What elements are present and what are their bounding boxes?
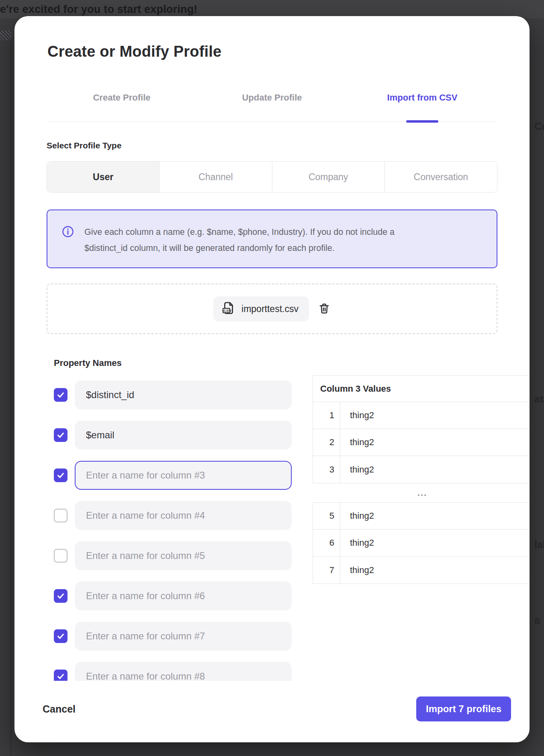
profile-type-channel[interactable]: Channel: [159, 162, 272, 192]
profile-type-company[interactable]: Company: [272, 162, 384, 192]
background-sidebar-edge: [10, 39, 11, 756]
preview-rows-top: 1 thing2 2 thing2 3 thing2: [313, 402, 530, 483]
property-row: [47, 380, 294, 409]
property-checkbox[interactable]: [54, 468, 67, 482]
csv-file-icon: CSV: [221, 301, 236, 317]
dialog-tabs: Create Profile Update Profile Import fro…: [47, 92, 497, 122]
checkmark-icon: [56, 471, 65, 480]
info-banner: Give each column a name (e.g. $name, $ph…: [47, 210, 497, 268]
preview-ellipsis: ...: [313, 483, 530, 502]
background-hatch-strip: [0, 31, 11, 40]
csv-dropzone[interactable]: CSV importtest.csv: [47, 284, 497, 334]
property-row: [47, 421, 294, 450]
preview-table-bottom: 5 thing2 6 thing2 7 thing2: [313, 502, 530, 584]
checkmark-icon: [56, 390, 65, 399]
active-tab-indicator: [406, 120, 438, 123]
preview-table-row: 3 thing2: [313, 456, 530, 483]
property-checkbox[interactable]: [54, 549, 67, 563]
preview-table-row: 5 thing2: [313, 503, 530, 530]
checkmark-icon: [56, 632, 65, 641]
info-icon: [62, 226, 74, 239]
property-checkbox[interactable]: [54, 509, 67, 522]
tab-create-profile[interactable]: Create Profile: [47, 92, 197, 103]
property-row: [47, 461, 294, 490]
preview-row-index: 1: [313, 402, 340, 429]
preview-row-value: thing2: [340, 557, 374, 583]
dialog-title: Create or Modify Profile: [47, 43, 512, 60]
uploaded-file-name: importtest.csv: [241, 304, 299, 314]
property-name-field: [75, 380, 292, 409]
delete-file-button[interactable]: [318, 302, 331, 316]
background-text-fragment: ata: [534, 393, 544, 405]
preview-row-value: thing2: [340, 456, 374, 483]
property-name-field: [75, 541, 292, 570]
mapping-area: Column 3 Values 1 thing2 2 thing2 3 thin…: [47, 380, 497, 681]
property-name-field: [75, 622, 292, 651]
property-row: [47, 541, 294, 570]
preview-table-row: 7 thing2: [313, 557, 530, 583]
checkmark-icon: [56, 592, 65, 600]
profile-type-segmented-control: User Channel Company Conversation: [47, 161, 497, 193]
info-banner-text: Give each column a name (e.g. $name, $ph…: [84, 224, 395, 256]
preview-row-value: thing2: [340, 530, 374, 556]
preview-table-row: 2 thing2: [313, 429, 530, 456]
property-name-input[interactable]: [76, 462, 291, 489]
property-checkbox[interactable]: [54, 589, 67, 603]
preview-rows-bottom: 5 thing2 6 thing2 7 thing2: [313, 503, 530, 583]
property-name-input[interactable]: [76, 663, 291, 681]
property-row: [47, 662, 294, 681]
property-name-field: [75, 461, 292, 490]
background-text-fragment: lab: [534, 539, 544, 551]
profile-type-user[interactable]: User: [47, 162, 159, 192]
background-headline: e're excited for you to start exploring!: [0, 3, 198, 16]
property-name-field: [75, 581, 292, 610]
preview-table-row: 6 thing2: [313, 530, 530, 557]
property-row: [47, 581, 294, 610]
property-name-input[interactable]: [76, 582, 291, 610]
background-text-fragment: Col: [534, 121, 544, 132]
property-name-input[interactable]: [76, 421, 291, 449]
select-profile-type-label: Select Profile Type: [47, 140, 512, 151]
property-name-input[interactable]: [76, 381, 291, 409]
uploaded-file-chip[interactable]: CSV importtest.csv: [213, 296, 309, 321]
preview-row-value: thing2: [340, 402, 374, 429]
property-checkbox[interactable]: [54, 670, 67, 681]
column-values-preview: Column 3 Values 1 thing2 2 thing2 3 thin…: [313, 375, 530, 681]
property-name-input[interactable]: [76, 622, 291, 650]
property-names-heading: Property Names: [54, 357, 512, 368]
property-checkbox[interactable]: [54, 629, 67, 643]
profile-type-conversation[interactable]: Conversation: [384, 162, 497, 192]
dialog-footer: Cancel Import 7 profiles: [43, 696, 511, 721]
preview-row-value: thing2: [340, 503, 374, 529]
property-name-field: [75, 501, 292, 530]
property-row: [47, 622, 294, 651]
property-checkbox[interactable]: [54, 428, 67, 442]
tab-import-from-csv[interactable]: Import from CSV: [347, 92, 497, 103]
svg-text:CSV: CSV: [223, 308, 231, 313]
property-checkbox[interactable]: [54, 388, 67, 402]
preview-table-top: Column 3 Values 1 thing2 2 thing2 3 thin…: [313, 375, 530, 483]
property-name-field: [75, 662, 292, 681]
checkmark-icon: [56, 672, 65, 681]
create-or-modify-profile-dialog: Create or Modify Profile Create Profile …: [14, 16, 530, 742]
trash-icon: [318, 302, 331, 316]
property-row: [47, 501, 294, 530]
property-name-field: [75, 421, 292, 450]
preview-table-header: Column 3 Values: [313, 376, 530, 402]
preview-row-value: thing2: [340, 429, 374, 456]
property-name-input[interactable]: [76, 502, 291, 529]
tab-update-profile[interactable]: Update Profile: [197, 92, 347, 103]
import-profiles-button[interactable]: Import 7 profiles: [416, 696, 511, 721]
preview-row-index: 2: [313, 429, 340, 456]
property-rows: [47, 380, 294, 681]
background-text-fragment: a: [534, 614, 540, 626]
cancel-button[interactable]: Cancel: [43, 703, 76, 715]
preview-row-index: 3: [313, 456, 340, 483]
preview-row-index: 5: [313, 503, 340, 529]
preview-row-index: 6: [313, 530, 340, 556]
checkmark-icon: [56, 431, 65, 440]
preview-row-index: 7: [313, 557, 340, 583]
preview-table-row: 1 thing2: [313, 402, 530, 429]
property-name-input[interactable]: [76, 542, 291, 569]
